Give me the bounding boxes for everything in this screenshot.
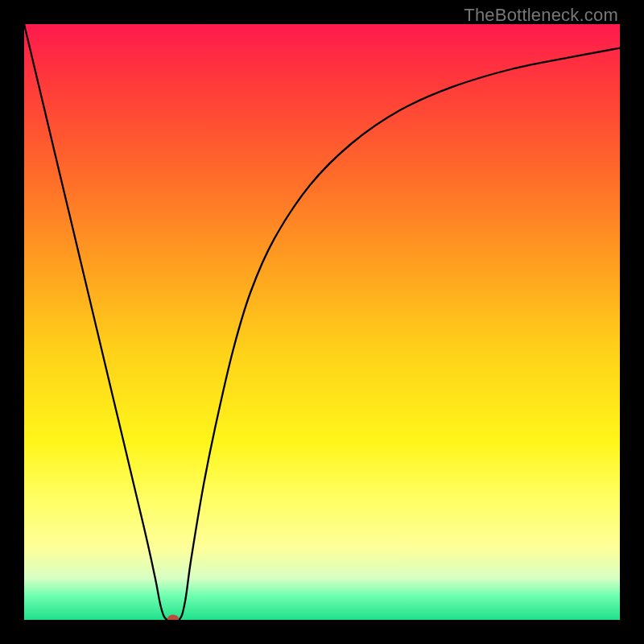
watermark-text: TheBottleneck.com: [464, 5, 618, 26]
chart-frame: [24, 24, 620, 620]
bottleneck-curve: [24, 24, 620, 620]
valley-marker: [167, 615, 179, 621]
